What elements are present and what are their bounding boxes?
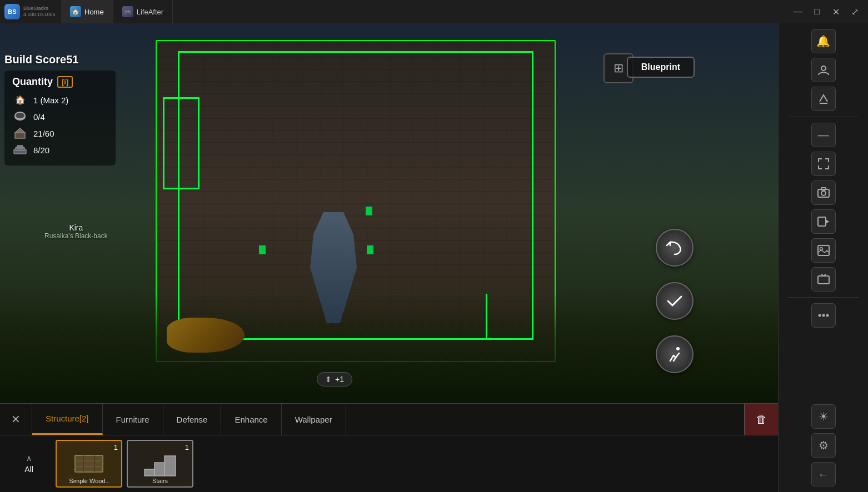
character-nameplate: Kira Rusalka's Black-back: [44, 223, 108, 240]
tab-wallpaper[interactable]: Wallpaper: [282, 404, 346, 435]
resource1-icon: [12, 127, 28, 140]
sidebar-btn-fullscreen[interactable]: [811, 152, 836, 176]
quantity-row-coin: 0/4: [12, 110, 108, 123]
quantity-label: Quantity: [12, 76, 53, 88]
svg-rect-2: [15, 133, 25, 138]
window-controls: — □ ✕ ⤢: [789, 3, 868, 21]
svg-point-29: [822, 314, 825, 317]
sidebar-btn-image[interactable]: [811, 238, 836, 263]
confirm-button[interactable]: [656, 282, 694, 320]
filter-all-label: All: [24, 465, 33, 474]
sidebar-btn-screenshot[interactable]: [811, 180, 836, 205]
sprint-button[interactable]: [656, 335, 694, 373]
stairs-icon: [143, 450, 177, 478]
item-simple-wood-count: 1: [114, 443, 118, 451]
item-simple-wood[interactable]: 1 Simple Wood..: [56, 440, 122, 488]
tab-furniture[interactable]: Furniture: [103, 404, 163, 435]
game-area: Kira Rusalka's Black-back ⬆ +1 ⊞ Bluepri…: [0, 23, 778, 492]
quantity-house-value: 1 (Max 2): [33, 96, 68, 105]
blueprint-button[interactable]: Blueprint: [627, 57, 695, 78]
delete-tab[interactable]: 🗑: [744, 404, 778, 435]
quantity-panel: Quantity [i] 🏠 1 (Max 2) 0/4: [4, 71, 116, 165]
blueprint-symbol: ⊞: [613, 61, 623, 76]
item-stairs-count: 1: [185, 443, 189, 451]
close-tab[interactable]: ✕: [0, 404, 32, 435]
svg-point-28: [818, 314, 821, 317]
game-icon: 🎮: [122, 6, 133, 17]
left-hud: Build Score51 Quantity [i] 🏠 1 (Max 2) 0…: [4, 53, 116, 165]
green-marker-2: [259, 245, 266, 254]
svg-point-16: [821, 66, 826, 71]
tab-defense[interactable]: Defense: [163, 404, 222, 435]
bottom-bar: ✕ Structure[2] Furniture Defense Enhance…: [0, 403, 778, 492]
sidebar-divider-2: [787, 297, 859, 298]
character-subtitle: Rusalka's Black-back: [44, 232, 108, 240]
sidebar-btn-settings[interactable]: ⚙: [811, 433, 836, 458]
filter-all-button[interactable]: ∧ All: [7, 441, 51, 486]
quantity-row-house: 🏠 1 (Max 2): [12, 93, 108, 107]
tab-row: ✕ Structure[2] Furniture Defense Enhance…: [0, 404, 778, 435]
quantity-row-resource2: 8/20: [12, 143, 108, 157]
bs-logo-icon: BS: [4, 4, 20, 19]
svg-point-7: [676, 347, 680, 350]
home-icon: 🏠: [70, 6, 81, 17]
item-stairs-name: Stairs: [152, 478, 168, 484]
minimize-button[interactable]: —: [789, 3, 807, 21]
info-badge[interactable]: [i]: [57, 76, 73, 88]
sidebar-btn-video[interactable]: [811, 209, 836, 234]
sidebar-btn-bell[interactable]: 🔔: [811, 29, 836, 53]
svg-marker-22: [826, 219, 829, 224]
tab-lifeafter[interactable]: 🎮 LifeAfter: [113, 0, 173, 23]
simple-wood-icon: [72, 450, 106, 478]
dog-figure: [167, 318, 245, 368]
sidebar-btn-brightness[interactable]: ☀: [811, 404, 836, 429]
filter-arrow-icon: ∧: [26, 454, 32, 463]
svg-rect-21: [818, 217, 826, 226]
green-marker-1: [366, 207, 372, 215]
character-figure: [300, 212, 367, 323]
svg-rect-13: [144, 469, 154, 476]
build-score: Build Score51: [4, 53, 116, 66]
svg-rect-25: [818, 276, 829, 284]
svg-rect-15: [164, 456, 176, 476]
svg-point-1: [15, 112, 25, 119]
svg-point-30: [826, 314, 829, 317]
quantity-resource1-value: 21/60: [33, 129, 54, 138]
house-icon: 🏠: [12, 93, 28, 107]
plus-notification: ⬆ +1: [317, 372, 352, 386]
undo-button[interactable]: [656, 229, 694, 267]
titlebar: BS BlueStacks 4.180.10.1006 🏠 Home 🎮 Lif…: [0, 0, 868, 23]
sidebar-btn-minimize[interactable]: —: [811, 123, 836, 147]
close-button[interactable]: ✕: [827, 3, 845, 21]
sidebar-btn-more[interactable]: [811, 303, 836, 328]
sidebar-btn-tv[interactable]: [811, 267, 836, 292]
quantity-coin-value: 0/4: [33, 112, 45, 122]
dog-body: [167, 318, 245, 353]
right-sidebar: 🔔 —: [778, 23, 868, 492]
sidebar-btn-back[interactable]: ←: [811, 462, 836, 486]
item-stairs[interactable]: 1 Stairs: [127, 440, 193, 488]
resource2-icon: [12, 143, 28, 157]
sidebar-btn-account[interactable]: [811, 58, 836, 82]
items-row: ∧ All 1 Simple Wood..: [0, 435, 778, 492]
plus-value: +1: [335, 375, 344, 384]
tab-enhance[interactable]: Enhance: [221, 404, 281, 435]
bluestacks-logo: BS BlueStacks 4.180.10.1006: [0, 4, 61, 19]
tab-spacer: [346, 404, 744, 435]
tab-home[interactable]: 🏠 Home: [61, 0, 113, 23]
quantity-resource2-value: 8/20: [33, 145, 49, 155]
svg-rect-14: [154, 463, 164, 476]
restore-button[interactable]: ⤢: [846, 3, 864, 21]
svg-point-19: [821, 191, 826, 195]
item-simple-wood-name: Simple Wood..: [69, 478, 108, 484]
character-body: [300, 212, 367, 323]
character-name: Kira: [44, 223, 108, 232]
svg-rect-6: [17, 145, 23, 148]
tab-structure[interactable]: Structure[2]: [32, 404, 103, 435]
sidebar-btn-upgrade[interactable]: [811, 87, 836, 111]
trash-icon: 🗑: [756, 413, 767, 426]
bs-version: BlueStacks 4.180.10.1006: [23, 6, 56, 18]
svg-rect-8: [75, 455, 103, 472]
green-marker-3: [367, 245, 373, 254]
maximize-button[interactable]: □: [808, 3, 826, 21]
